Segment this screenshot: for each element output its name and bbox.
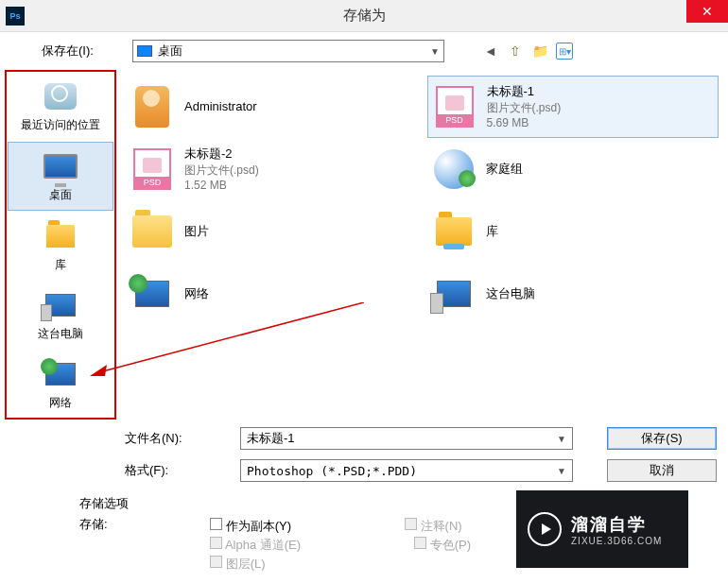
- desktop-icon: [43, 154, 78, 179]
- checkbox-icon: [414, 537, 426, 549]
- file-name: 这台电脑: [486, 285, 535, 302]
- place-label: 桌面: [49, 187, 72, 203]
- library-icon: [436, 217, 472, 246]
- file-type: 图片文件(.psd): [487, 100, 562, 115]
- watermark-url: ZIXUE.3D66.COM: [571, 536, 662, 546]
- user-folder-icon: [135, 86, 169, 128]
- place-label: 库: [55, 257, 66, 273]
- format-combo[interactable]: Photoshop (*.PSD;*.PDD) ▼: [240, 459, 573, 482]
- file-size: 1.52 MB: [184, 178, 259, 193]
- folder-icon: [132, 215, 172, 248]
- place-thispc[interactable]: 这台电脑: [7, 281, 114, 350]
- save-button[interactable]: 保存(S): [607, 427, 717, 450]
- option-note[interactable]: 注释(N): [405, 518, 462, 535]
- network-icon: [135, 281, 169, 307]
- save-in-row: 保存在(I): 桌面 ▼ ◄ ⇧ 📁 ⊞▾: [0, 32, 728, 70]
- app-icon: Ps: [6, 7, 25, 26]
- place-network[interactable]: 网络: [7, 350, 114, 419]
- place-label: 网络: [49, 395, 72, 411]
- up-icon[interactable]: ⇧: [507, 43, 524, 60]
- option-alpha[interactable]: Alpha 通道(E): [210, 537, 301, 554]
- window-title: 存储为: [343, 7, 386, 25]
- place-label: 这台电脑: [38, 326, 83, 342]
- homegroup-icon: [434, 149, 474, 189]
- back-icon[interactable]: ◄: [482, 43, 499, 60]
- file-name: 未标题-2: [184, 146, 259, 163]
- file-name: 网络: [184, 285, 209, 302]
- network-icon: [45, 363, 76, 386]
- place-recent[interactable]: 最近访问的位置: [7, 72, 114, 141]
- psd-file-icon: [133, 148, 171, 190]
- save-in-combo[interactable]: 桌面 ▼: [132, 40, 444, 62]
- file-type: 图片文件(.psd): [184, 163, 259, 178]
- checkbox-icon: [210, 537, 222, 549]
- watermark: 溜溜自学 ZIXUE.3D66.COM: [516, 490, 688, 568]
- place-libraries[interactable]: 库: [7, 212, 114, 281]
- pc-icon: [437, 281, 471, 307]
- place-desktop[interactable]: 桌面: [8, 142, 113, 211]
- format-label: 格式(F):: [125, 462, 240, 479]
- file-list: Administrator 未标题-1 图片文件(.psd) 5.69 MB 未…: [116, 70, 728, 420]
- save-in-value: 桌面: [158, 43, 430, 60]
- recent-icon: [44, 83, 77, 110]
- bottom-controls: 文件名(N): 未标题-1 ▼ 保存(S) 格式(F): Photoshop (…: [0, 420, 728, 489]
- file-item[interactable]: 家庭组: [427, 138, 719, 200]
- dialog-toolbar: ◄ ⇧ 📁 ⊞▾: [482, 43, 573, 60]
- option-spot[interactable]: 专色(P): [414, 537, 471, 554]
- format-value: Photoshop (*.PSD;*.PDD): [247, 464, 417, 478]
- chevron-down-icon: ▼: [430, 46, 440, 57]
- option-layers[interactable]: 图层(L): [210, 556, 266, 573]
- file-name: 图片: [184, 223, 209, 240]
- file-item[interactable]: 未标题-2 图片文件(.psd) 1.52 MB: [126, 138, 418, 200]
- filename-label: 文件名(N):: [125, 430, 240, 447]
- file-name: Administrator: [184, 98, 257, 115]
- newfolder-icon[interactable]: 📁: [531, 43, 548, 60]
- file-item[interactable]: 这台电脑: [427, 263, 719, 325]
- file-name: 未标题-1: [487, 83, 562, 100]
- file-item[interactable]: 库: [427, 200, 719, 263]
- file-item[interactable]: 图片: [126, 200, 418, 263]
- file-name: 库: [486, 223, 498, 240]
- file-item[interactable]: Administrator: [126, 76, 418, 138]
- chevron-down-icon: ▼: [557, 434, 566, 444]
- file-size: 5.69 MB: [487, 115, 562, 130]
- play-icon: [528, 512, 562, 546]
- cancel-button[interactable]: 取消: [607, 459, 717, 482]
- places-bar: 最近访问的位置 桌面 库 这台电脑 网络: [5, 70, 116, 420]
- watermark-title: 溜溜自学: [571, 513, 662, 536]
- checkbox-icon: [210, 518, 222, 530]
- pc-icon: [45, 294, 76, 317]
- chevron-down-icon: ▼: [557, 466, 566, 476]
- save-in-label: 保存在(I):: [42, 43, 123, 60]
- psd-file-icon: [436, 86, 474, 128]
- desktop-icon: [137, 45, 152, 57]
- title-bar: Ps 存储为 ✕: [0, 0, 728, 32]
- checkbox-icon: [210, 556, 222, 568]
- place-label: 最近访问的位置: [21, 117, 100, 133]
- checkbox-icon: [405, 518, 417, 530]
- options-store-label: 存储:: [79, 516, 210, 533]
- close-button[interactable]: ✕: [686, 0, 728, 23]
- filename-value: 未标题-1: [247, 430, 295, 447]
- file-item[interactable]: 网络: [126, 263, 418, 325]
- file-name: 家庭组: [486, 161, 523, 178]
- view-icon[interactable]: ⊞▾: [556, 43, 573, 60]
- filename-input[interactable]: 未标题-1 ▼: [240, 427, 573, 450]
- library-icon: [46, 225, 75, 248]
- option-copy[interactable]: 作为副本(Y): [210, 518, 291, 535]
- main-area: 最近访问的位置 桌面 库 这台电脑 网络 Administrator 未标题-1: [0, 70, 728, 420]
- file-item[interactable]: 未标题-1 图片文件(.psd) 5.69 MB: [427, 76, 719, 138]
